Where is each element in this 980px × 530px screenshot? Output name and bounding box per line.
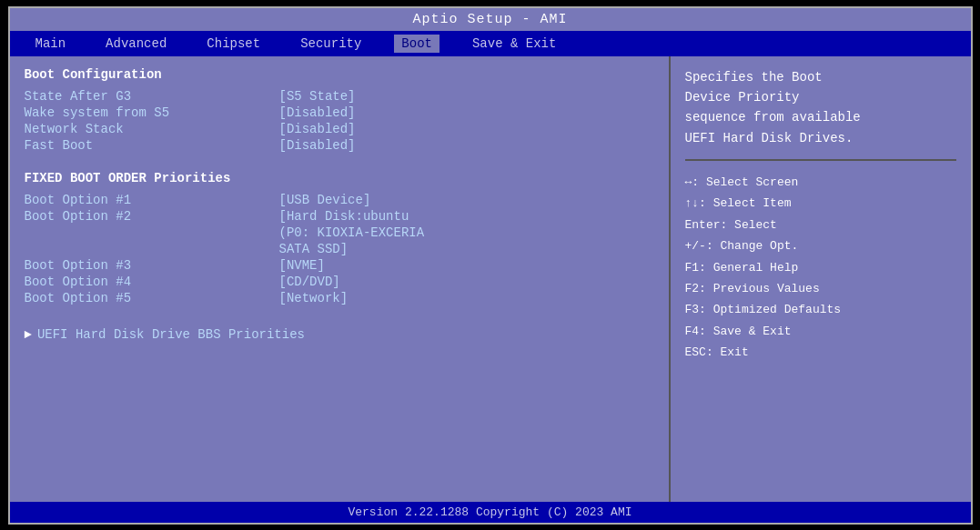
boot-option-5-row[interactable]: Boot Option #5 [Network] [25, 291, 654, 305]
boot-option-2-label: Boot Option #2 [25, 209, 279, 224]
boot-option-1-value: [USB Device] [279, 193, 371, 207]
config-row-network-stack[interactable]: Network Stack [Disabled] [25, 122, 654, 136]
config-value-fast-boot: [Disabled] [279, 138, 356, 153]
boot-config-title: Boot Configuration [25, 67, 654, 82]
app-title: Aptio Setup - AMI [412, 12, 567, 27]
boot-option-2-value: [Hard Disk:ubuntu [279, 209, 409, 224]
help-line-2: Device Priority [685, 87, 956, 107]
shortcut-f4: F4: Save & Exit [685, 321, 956, 342]
boot-option-4-row[interactable]: Boot Option #4 [CD/DVD] [25, 275, 654, 289]
shortcut-change-opt: +/-: Change Opt. [685, 235, 956, 256]
boot-option-3-row[interactable]: Boot Option #3 [NVME] [25, 258, 654, 273]
uefi-hdd-row[interactable]: ► UEFI Hard Disk Drive BBS Priorities [25, 327, 654, 342]
boot-option-4-value: [CD/DVD] [279, 275, 340, 289]
footer: Version 2.22.1288 Copyright (C) 2023 AMI [10, 502, 971, 523]
shortcut-list: ↔: Select Screen ↑↓: Select Item Enter: … [685, 172, 956, 364]
menu-item-chipset[interactable]: Chipset [199, 35, 268, 53]
shortcut-select-item: ↑↓: Select Item [685, 193, 956, 214]
arrow-icon: ► [25, 327, 32, 342]
boot-option-3-label: Boot Option #3 [25, 258, 279, 273]
boot-option-5-label: Boot Option #5 [25, 291, 279, 305]
uefi-hdd-label: UEFI Hard Disk Drive BBS Priorities [37, 327, 305, 342]
menu-item-boot[interactable]: Boot [394, 35, 439, 53]
shortcut-f2: F2: Previous Values [685, 278, 956, 299]
boot-option-2-extra1: (P0: KIOXIA-EXCERIA [279, 225, 654, 240]
boot-option-3-value: [NVME] [279, 258, 325, 273]
bios-window: Aptio Setup - AMI Main Advanced Chipset … [8, 6, 973, 525]
panel-divider [685, 159, 956, 161]
config-value-state-after-g3: [S5 State] [279, 89, 356, 104]
shortcut-enter: Enter: Select [685, 215, 956, 235]
main-panel: Boot Configuration State After G3 [S5 St… [10, 56, 671, 502]
help-line-3: sequence from available [685, 107, 956, 127]
config-value-network-stack: [Disabled] [279, 122, 356, 136]
boot-option-4-label: Boot Option #4 [25, 275, 279, 289]
config-label-wake-s5: Wake system from S5 [25, 105, 279, 120]
config-label-network-stack: Network Stack [25, 122, 279, 136]
menu-item-security[interactable]: Security [293, 35, 369, 53]
menu-item-advanced[interactable]: Advanced [98, 35, 174, 53]
config-label-fast-boot: Fast Boot [25, 138, 279, 153]
boot-option-2-extra2: SATA SSD] [279, 242, 654, 256]
help-text-block: Specifies the Boot Device Priority seque… [685, 67, 956, 149]
shortcut-f3: F3: Optimized Defaults [685, 299, 956, 320]
title-bar: Aptio Setup - AMI [10, 8, 971, 31]
config-row-fast-boot[interactable]: Fast Boot [Disabled] [25, 138, 654, 153]
shortcut-esc: ESC: Exit [685, 342, 956, 363]
shortcut-f1: F1: General Help [685, 257, 956, 278]
shortcut-select-screen: ↔: Select Screen [685, 172, 956, 193]
menu-item-main[interactable]: Main [28, 35, 74, 53]
boot-order-title: FIXED BOOT ORDER Priorities [25, 171, 654, 185]
config-row-state-after-g3[interactable]: State After G3 [S5 State] [25, 89, 654, 104]
right-panel: Specifies the Boot Device Priority seque… [671, 56, 971, 502]
boot-option-1-row[interactable]: Boot Option #1 [USB Device] [25, 193, 654, 207]
config-value-wake-s5: [Disabled] [279, 105, 356, 120]
help-line-1: Specifies the Boot [685, 67, 956, 87]
boot-option-1-label: Boot Option #1 [25, 193, 279, 207]
boot-option-5-value: [Network] [279, 291, 349, 305]
version-text: Version 2.22.1288 Copyright (C) 2023 AMI [348, 505, 631, 519]
boot-option-2-row[interactable]: Boot Option #2 [Hard Disk:ubuntu [25, 209, 654, 224]
menu-item-save-exit[interactable]: Save & Exit [465, 35, 563, 53]
help-line-4: UEFI Hard Disk Drives. [685, 128, 956, 148]
content-area: Boot Configuration State After G3 [S5 St… [10, 56, 971, 502]
menu-bar: Main Advanced Chipset Security Boot Save… [10, 31, 971, 56]
config-row-wake-s5[interactable]: Wake system from S5 [Disabled] [25, 105, 654, 120]
config-label-state-after-g3: State After G3 [25, 89, 279, 104]
